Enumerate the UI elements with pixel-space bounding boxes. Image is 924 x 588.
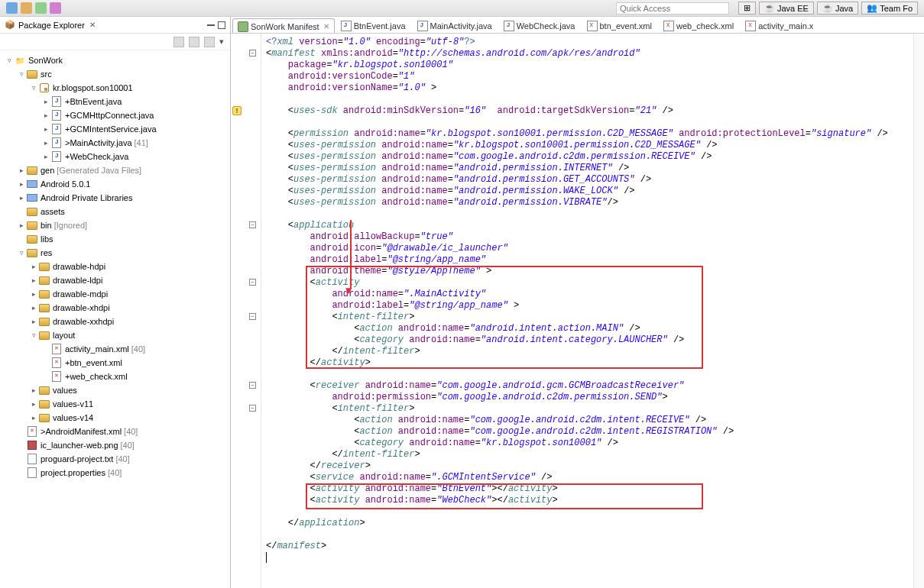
perspective-javaee[interactable]: ☕ Java EE [759,2,814,15]
java-file[interactable]: ▸+BtnEvent.java [0,95,230,108]
libs-folder[interactable]: libs [0,232,230,246]
editor-tab[interactable]: SonWork Manifest✕ [232,18,335,34]
tab-label: MainActivity.java [430,21,492,31]
project-node[interactable]: ▿📁SonWork [0,53,230,67]
link-editor-icon[interactable] [189,37,199,47]
editor-tab[interactable]: btn_event.xml [582,18,657,33]
tab-label: web_check.xml [676,21,734,31]
perspective-team[interactable]: 👥 Team Fo [861,2,918,15]
file-icon [238,21,248,32]
file-icon [663,21,674,31]
layout-file[interactable]: activity_main.xml[40] [0,342,230,356]
fold-toggle-icon[interactable]: − [249,279,256,286]
overview-ruler[interactable] [913,34,924,588]
drawable-folder[interactable]: ▸drawable-xhdpi [0,301,230,315]
layout-folder[interactable]: ▿layout [0,328,230,342]
file-icon [417,21,428,31]
android-lib[interactable]: ▸Android 5.0.1 [0,177,230,191]
private-lib[interactable]: ▸Android Private Libraries [0,191,230,205]
toolbar-icon[interactable] [6,2,18,14]
java-file[interactable]: ▸+GCMIntentService.java [0,122,230,136]
root-file[interactable]: project.properties[40] [0,466,230,480]
tab-label: activity_main.x [758,21,813,31]
root-file[interactable]: >AndroidManifest.xml[40] [0,425,230,438]
code-editor[interactable]: <?xml version="1.0" encoding="utf-8"?> <… [261,34,913,588]
java-file[interactable]: ▸+WebCheck.java [0,150,230,163]
drawable-folder[interactable]: ▸drawable-mdpi [0,287,230,301]
toolbar-icon[interactable] [21,2,32,14]
editor-tab[interactable]: web_check.xml [658,18,739,33]
gen-folder[interactable]: ▸gen[Generated Java Files] [0,163,230,177]
fold-toggle-icon[interactable]: − [249,313,256,320]
toolbar-icon[interactable] [35,2,47,14]
file-icon [341,21,352,31]
root-file[interactable]: proguard-project.txt[40] [0,452,230,466]
root-file[interactable]: ic_launcher-web.png[40] [0,438,230,452]
layout-file[interactable]: +web_check.xml [0,370,230,383]
values-folder[interactable]: ▸values-v11 [0,397,230,411]
package-explorer-view: 📦 Package Explorer ✕ ▾ ▿📁SonWork▿src▿kr.… [0,17,231,588]
drawable-folder[interactable]: ▸drawable-hdpi [0,260,230,273]
editor-tab[interactable]: MainActivity.java [412,18,498,33]
file-icon [504,21,514,31]
fold-toggle-icon[interactable]: − [249,382,256,389]
view-menu-icon[interactable] [204,37,215,47]
perspective-java[interactable]: ☕ Java [817,2,858,15]
tab-label: WebCheck.java [517,21,575,31]
file-icon [587,21,598,31]
editor-tab[interactable]: BtnEvent.java [336,18,411,33]
java-file[interactable]: ▸>MainActivity.java[41] [0,136,230,150]
editor-gutter[interactable]: −−−−−−! [231,34,261,588]
java-file[interactable]: ▸+GCMHttpConnect.java [0,108,230,122]
toolbar-icon[interactable] [50,2,61,14]
editor-tab-bar: SonWork Manifest✕BtnEvent.javaMainActivi… [231,17,924,34]
main-toolbar: ⊞ ☕ Java EE ☕ Java 👥 Team Fo [0,0,924,17]
res-folder[interactable]: ▿res [0,246,230,260]
values-folder[interactable]: ▸values-v14 [0,411,230,425]
package-icon: 📦 [5,20,15,30]
bin-folder[interactable]: ▸bin[Ignored] [0,218,230,232]
tab-label: BtnEvent.java [354,21,406,31]
values-folder[interactable]: ▸values [0,383,230,397]
src-folder[interactable]: ▿src [0,67,230,81]
drawable-folder[interactable]: ▸drawable-ldpi [0,273,230,287]
tab-label: btn_event.xml [600,21,652,31]
assets-folder[interactable]: assets [0,205,230,218]
tab-label: SonWork Manifest [251,22,319,31]
close-view-icon[interactable]: ✕ [89,21,96,29]
layout-file[interactable]: +btn_event.xml [0,356,230,370]
close-tab-icon[interactable]: ✕ [323,22,329,31]
package-node[interactable]: ▿kr.blogspot.son10001 [0,81,230,95]
view-title: Package Explorer [18,21,85,30]
fold-toggle-icon[interactable]: − [249,50,256,57]
fold-toggle-icon[interactable]: − [249,405,256,412]
file-icon [745,21,756,31]
project-tree[interactable]: ▿📁SonWork▿src▿kr.blogspot.son10001▸+BtnE… [0,50,230,588]
quick-access-input[interactable] [616,2,729,15]
editor-tab[interactable]: activity_main.x [740,18,819,33]
fold-toggle-icon[interactable]: − [249,221,256,228]
editor-tab[interactable]: WebCheck.java [498,18,581,33]
collapse-all-icon[interactable] [173,37,184,47]
view-dropdown-icon[interactable]: ▾ [219,37,224,47]
drawable-folder[interactable]: ▸drawable-xxhdpi [0,315,230,328]
maximize-view-icon[interactable] [218,21,225,29]
open-perspective-button[interactable]: ⊞ [738,2,756,15]
minimize-view-icon[interactable] [207,24,215,26]
warning-icon[interactable]: ! [232,106,242,115]
